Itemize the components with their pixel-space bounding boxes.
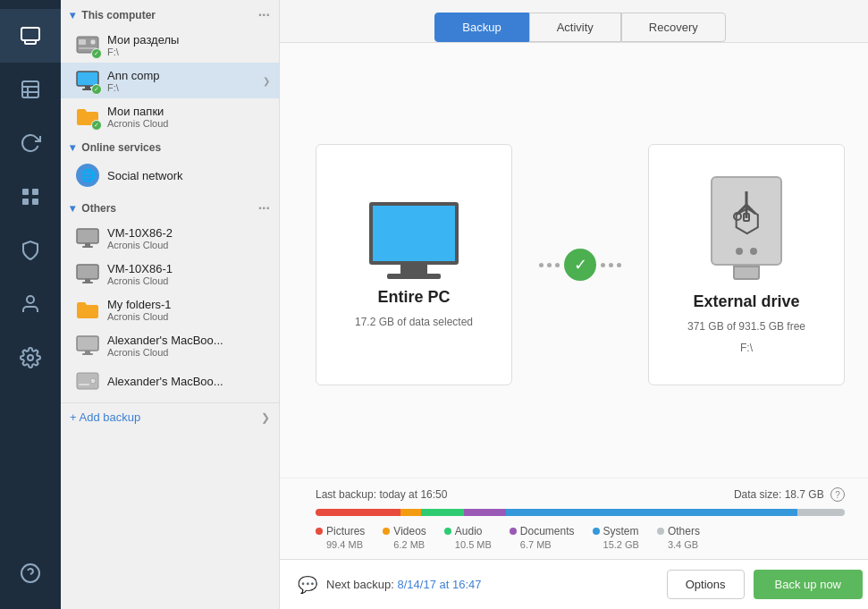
connector: ✓ (539, 249, 621, 281)
item-text-alexanders-mac-1: Alexander's MacBoo... Acronis Cloud (107, 334, 270, 358)
legend-videos: Videos 6.2 MB (383, 525, 426, 550)
monitor-icon-vm1 (75, 261, 100, 286)
last-backup-label: Last backup: today at 16:50 (316, 488, 447, 501)
folder-icon-moi-papki: ✓ (75, 104, 100, 129)
tab-recovery[interactable]: Recovery (621, 13, 726, 42)
chevron-down-icon-others: ▾ (70, 202, 75, 215)
legend-val-documents: 6.7 MB (520, 539, 552, 550)
sidebar-item-backup[interactable] (0, 9, 61, 63)
legend-label-system: System (603, 525, 639, 537)
sidebar-item-social-network[interactable]: 🌐 Social network (61, 157, 279, 193)
data-size-help-icon[interactable]: ? (830, 487, 845, 502)
bar-system (506, 509, 797, 516)
bar-pictures (316, 509, 400, 516)
source-card: Entire PC 17.2 GB of data selected (316, 144, 512, 385)
bar-documents (464, 509, 506, 516)
svg-rect-15 (79, 39, 86, 45)
tab-backup[interactable]: Backup (434, 13, 528, 42)
bar-audio (421, 509, 463, 516)
item-text-alexanders-mac-2: Alexander's MacBoo... (107, 375, 270, 388)
svg-rect-22 (85, 243, 90, 246)
pc-screen-icon (369, 202, 459, 265)
dot5 (609, 263, 613, 267)
dot2 (547, 263, 552, 267)
item-text-my-folders-1: My folders-1 Acronis Cloud (107, 298, 270, 322)
footer-bar: 💬 Next backup: 8/14/17 at 16:47 Options … (280, 559, 868, 609)
backup-visual: Entire PC 17.2 GB of data selected ✓ ⬡ (280, 43, 868, 478)
dot4 (601, 263, 605, 267)
data-info-row: Last backup: today at 16:50 Data size: 1… (316, 487, 845, 502)
legend-val-audio: 10.5 MB (455, 539, 492, 550)
sidebar-item-user[interactable] (0, 277, 61, 331)
legend-dot-system (593, 528, 600, 535)
add-backup-label: + Add backup (70, 410, 140, 424)
chevron-down-icon-online: ▾ (70, 141, 75, 154)
section-this-computer: ▾ This computer ··· (61, 0, 279, 27)
svg-point-11 (28, 355, 33, 360)
usb-dot-2 (750, 248, 757, 255)
svg-rect-28 (85, 351, 90, 353)
usb-dot-1 (736, 248, 743, 255)
check-badge-moi-razdely: ✓ (91, 48, 102, 59)
svg-rect-6 (22, 189, 29, 195)
svg-rect-32 (79, 384, 89, 385)
legend-label-pictures: Pictures (326, 525, 365, 537)
sidebar-item-alexanders-mac-1[interactable]: Alexander's MacBoo... Acronis Cloud (61, 327, 279, 363)
legend-label-others: Others (668, 525, 700, 537)
add-backup-row[interactable]: + Add backup ❯ (61, 402, 279, 431)
source-title: Entire PC (377, 288, 450, 307)
footer-left: 💬 Next backup: 8/14/17 at 16:47 (298, 575, 481, 595)
svg-rect-8 (22, 199, 29, 205)
section-others-menu-icon[interactable]: ··· (258, 200, 270, 216)
legend-dot-audio (444, 528, 451, 535)
usb-dots (736, 248, 757, 255)
section-menu-icon[interactable]: ··· (258, 7, 270, 23)
pc-stand (400, 265, 427, 274)
check-circle-icon: ✓ (564, 249, 596, 281)
svg-rect-21 (77, 229, 98, 243)
monitor-icon-alex1 (75, 333, 100, 358)
bar-videos (400, 509, 422, 516)
legend-audio: Audio 10.5 MB (444, 525, 492, 550)
dot1 (539, 263, 544, 267)
section-others: ▾ Others ··· (61, 193, 279, 220)
sidebar-item-shield[interactable] (0, 224, 61, 277)
svg-rect-7 (32, 189, 38, 195)
sidebar-item-vm-10x86-2[interactable]: VM-10X86-2 Acronis Cloud (61, 220, 279, 256)
check-badge-moi-papki: ✓ (91, 120, 102, 131)
sidebar-item-help[interactable] (0, 546, 61, 600)
legend-documents: Documents 6.7 MB (510, 525, 575, 550)
folder-icon-myfol1 (75, 297, 100, 322)
sidebar-item-sync[interactable] (0, 116, 61, 170)
usb-connector (733, 266, 760, 280)
item-text-vm-10x86-2: VM-10X86-2 Acronis Cloud (107, 226, 270, 250)
sidebar-item-ann-comp[interactable]: ✓ Ann comp F:\ ❯ (61, 63, 279, 98)
sidebar-item-moi-razdely[interactable]: ✓ Мои разделы F:\ (61, 27, 279, 63)
source-subtitle: 17.2 GB of data selected (355, 316, 473, 328)
section-online-services-label: ▾ Online services (70, 141, 161, 154)
svg-point-16 (90, 39, 96, 45)
svg-rect-23 (82, 246, 93, 248)
sidebar-item-moi-papki[interactable]: ✓ Мои папки Acronis Cloud (61, 98, 279, 134)
legend-val-system: 15.2 GB (603, 539, 639, 550)
data-info-panel: Last backup: today at 16:50 Data size: 1… (280, 478, 868, 559)
sidebar-item-alexanders-mac-2[interactable]: Alexander's MacBoo... (61, 363, 279, 399)
sidebar-item-settings[interactable] (0, 331, 61, 385)
legend-val-pictures: 99.4 MB (326, 539, 363, 550)
legend-dot-videos (383, 528, 390, 535)
icon-bar (0, 0, 61, 609)
usb-icon-svg (724, 187, 769, 232)
sidebar-item-vm-10x86-1[interactable]: VM-10X86-1 Acronis Cloud (61, 256, 279, 292)
globe-symbol: 🌐 (76, 164, 99, 187)
svg-rect-25 (85, 279, 90, 282)
sidebar-item-files[interactable] (0, 63, 61, 116)
destination-line1: 371 GB of 931.5 GB free (687, 320, 805, 333)
backup-now-button[interactable]: Back up now (754, 570, 863, 599)
sidebar-item-apps[interactable] (0, 170, 61, 224)
sidebar-item-my-folders-1[interactable]: My folders-1 Acronis Cloud (61, 292, 279, 327)
options-button[interactable]: Options (667, 570, 745, 599)
tab-activity[interactable]: Activity (529, 13, 621, 42)
legend: Pictures 99.4 MB Videos 6.2 MB Audio 10.… (316, 525, 845, 550)
svg-rect-26 (82, 282, 93, 283)
hdd-icon-alex2 (75, 368, 100, 393)
